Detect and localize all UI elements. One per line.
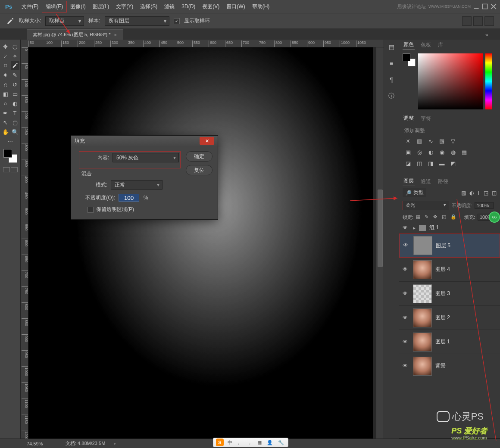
visibility-toggle[interactable]: 👁 xyxy=(403,314,409,321)
magic-wand-tool[interactable]: ✧ xyxy=(11,52,19,60)
filter-type-icon[interactable]: T xyxy=(477,190,480,196)
reset-button[interactable]: 复位 xyxy=(186,165,212,175)
opacity-input[interactable] xyxy=(119,194,139,202)
menu-image[interactable]: 图像(I) xyxy=(67,1,89,12)
adj-threshold-icon[interactable]: ◨ xyxy=(427,159,434,167)
group-name[interactable]: 组 1 xyxy=(429,224,439,231)
marquee-tool[interactable]: ◌ xyxy=(11,42,19,51)
menu-file[interactable]: 文件(F) xyxy=(18,1,42,12)
character-tab[interactable]: 字符 xyxy=(420,114,432,123)
visibility-toggle[interactable]: 👁 xyxy=(403,339,409,345)
adj-lut-icon[interactable]: ▦ xyxy=(460,148,468,156)
zoom-level[interactable]: 74.59% xyxy=(27,441,57,446)
filter-smart-icon[interactable]: ◫ xyxy=(492,190,497,196)
ime-lang[interactable]: 中 xyxy=(226,439,234,446)
edit-toolbar-icon[interactable]: ⋯ xyxy=(6,137,15,146)
layer-kind-filter[interactable]: 🔎 类型 xyxy=(403,188,426,197)
channels-tab[interactable]: 通道 xyxy=(420,177,432,186)
layer-name[interactable]: 图层 4 xyxy=(435,266,450,273)
sample-select[interactable]: 所有图层 xyxy=(105,16,169,26)
tab-overflow-icon[interactable]: » xyxy=(483,32,491,40)
color-field[interactable] xyxy=(418,53,483,109)
paths-tab[interactable]: 路径 xyxy=(437,177,449,186)
dodge-tool[interactable]: ◐ xyxy=(11,99,19,108)
layer-thumbnail[interactable] xyxy=(413,308,432,327)
path-select-tool[interactable]: ↖ xyxy=(1,118,10,127)
ime-logo-icon[interactable]: S xyxy=(216,439,224,446)
ime-user-icon[interactable]: 👤 xyxy=(266,440,274,445)
stamp-tool[interactable]: ⎌ xyxy=(1,80,10,89)
screen-mode-icons[interactable] xyxy=(3,167,18,172)
preserve-transparency-checkbox[interactable] xyxy=(88,207,94,213)
menu-3d[interactable]: 3D(D) xyxy=(178,2,199,11)
menu-edit[interactable]: 编辑(E) xyxy=(42,1,67,12)
sample-size-select[interactable]: 取样点 xyxy=(45,16,84,26)
adj-posterize-icon[interactable]: ◫ xyxy=(416,159,423,167)
filter-adjust-icon[interactable]: ◐ xyxy=(469,190,474,196)
ok-button[interactable]: 确定 xyxy=(186,151,212,162)
layer-name[interactable]: 图层 1 xyxy=(435,338,450,345)
adj-levels-icon[interactable]: ▥ xyxy=(416,137,423,145)
eyedropper-tool[interactable] xyxy=(11,61,19,70)
adj-hsl-icon[interactable]: ▣ xyxy=(404,148,412,156)
close-icon[interactable] xyxy=(491,3,497,9)
hand-tool[interactable]: ✋ xyxy=(1,128,10,136)
menu-help[interactable]: 帮助(H) xyxy=(249,1,273,12)
adj-mixer-icon[interactable]: ◍ xyxy=(449,148,457,156)
ime-punct[interactable]: 。 xyxy=(236,439,244,446)
layer-thumbnail[interactable] xyxy=(413,284,432,303)
adj-brightness-icon[interactable]: ☀ xyxy=(404,137,412,145)
panel-tab-properties-icon[interactable]: ≡ xyxy=(387,59,396,68)
adj-exposure-icon[interactable]: ▧ xyxy=(438,137,446,145)
menu-filter[interactable]: 滤镜 xyxy=(161,1,178,12)
crop-tool[interactable]: ⌗ xyxy=(1,61,10,70)
adj-bw-icon[interactable]: ◐ xyxy=(427,148,434,156)
lock-pixels-icon[interactable]: ✎ xyxy=(425,214,431,220)
blur-tool[interactable]: ○ xyxy=(1,99,10,108)
menu-view[interactable]: 视图(V) xyxy=(199,1,223,12)
menu-type[interactable]: 文字(Y) xyxy=(112,1,137,12)
layer-thumbnail[interactable] xyxy=(413,357,432,376)
ime-settings-icon[interactable]: 🔧 xyxy=(277,440,285,445)
layer-thumbnail[interactable] xyxy=(413,333,432,352)
menu-select[interactable]: 选择(S) xyxy=(137,1,161,12)
gradient-tool[interactable]: ▭ xyxy=(11,90,19,98)
tab-close-icon[interactable]: × xyxy=(114,32,117,37)
layer-name[interactable]: 图层 2 xyxy=(435,314,450,321)
layer-row[interactable]: 👁图层 1 xyxy=(399,330,500,354)
layer-row[interactable]: 👁背景 xyxy=(399,354,500,378)
visibility-toggle[interactable]: 👁 xyxy=(403,224,409,231)
pen-tool[interactable]: ✒ xyxy=(1,109,10,117)
shape-tool[interactable]: ▢ xyxy=(11,118,19,127)
layer-name[interactable]: 图层 3 xyxy=(435,290,450,297)
type-tool[interactable]: T xyxy=(11,109,19,117)
brush-tool[interactable]: ✎ xyxy=(11,71,19,79)
fill-content-select[interactable]: 50% 灰色 xyxy=(112,153,179,162)
visibility-toggle[interactable]: 👁 xyxy=(403,363,409,370)
adj-colorbal-icon[interactable]: ◎ xyxy=(416,148,423,156)
blend-mode-select-layers[interactable]: 柔光 xyxy=(403,201,449,210)
scrollbar-vertical[interactable] xyxy=(376,47,384,439)
adjustments-tab[interactable]: 调整 xyxy=(403,114,415,123)
adj-gradmap-icon[interactable]: ▬ xyxy=(438,159,446,167)
maximize-icon[interactable] xyxy=(482,3,488,9)
layer-row[interactable]: 👁图层 3 xyxy=(399,282,500,306)
dialog-titlebar[interactable]: 填充 ✕ xyxy=(71,136,218,146)
libraries-tab[interactable]: 库 xyxy=(437,40,444,50)
zoom-tool[interactable]: 🔍 xyxy=(11,128,19,136)
adj-invert-icon[interactable]: ◪ xyxy=(404,159,412,167)
heal-tool[interactable]: ✷ xyxy=(1,71,10,79)
dialog-close-button[interactable]: ✕ xyxy=(200,137,214,145)
panel-tab-history-icon[interactable]: ▤ xyxy=(387,42,396,52)
blend-mode-select[interactable]: 正常 xyxy=(111,180,162,190)
filter-pixel-icon[interactable]: ▧ xyxy=(461,190,466,196)
layer-name[interactable]: 图层 5 xyxy=(436,242,450,249)
menu-window[interactable]: 窗口(W) xyxy=(223,1,248,12)
color-fgbg[interactable] xyxy=(403,53,416,66)
lock-transparency-icon[interactable]: ▦ xyxy=(416,214,422,220)
move-tool[interactable]: ✥ xyxy=(1,42,10,51)
color-tab[interactable]: 颜色 xyxy=(403,40,415,50)
adj-photo-icon[interactable]: ◉ xyxy=(438,148,446,156)
minimize-icon[interactable] xyxy=(473,3,479,9)
status-chevron-icon[interactable]: ▸ xyxy=(114,441,116,446)
